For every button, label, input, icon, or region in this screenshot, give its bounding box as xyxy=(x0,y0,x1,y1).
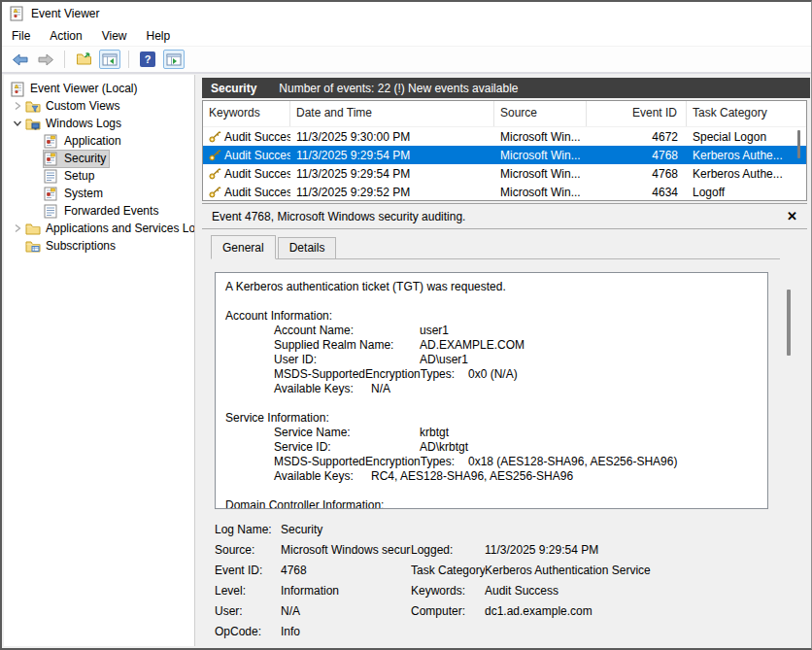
event-id-cell: 4672 xyxy=(587,130,687,144)
tree-item-label: Subscriptions xyxy=(46,239,116,253)
detail-header: Event 4768, Microsoft Windows security a… xyxy=(202,204,807,229)
event-viewer-app-icon xyxy=(9,6,24,21)
window-title: Event Viewer xyxy=(31,7,99,20)
prop-label: User: xyxy=(215,604,281,618)
toggle-console-tree-button[interactable] xyxy=(99,50,120,69)
prop-label: OpCode: xyxy=(215,625,281,638)
back-button[interactable] xyxy=(9,50,30,69)
tree-item-application[interactable]: Application xyxy=(4,132,194,150)
column-header-date-time[interactable]: Date and Time xyxy=(290,101,494,126)
prop-label: Computer: xyxy=(411,604,485,618)
column-header-task-category[interactable]: Task Category xyxy=(687,101,806,126)
source-cell: Microsoft Win... xyxy=(494,130,587,144)
main-area: Event Viewer (Local) Custom Views Window… xyxy=(4,75,810,646)
column-header-keywords[interactable]: Keywords xyxy=(203,101,290,126)
tree-item-setup[interactable]: Setup xyxy=(4,167,194,185)
tree-item-subscriptions[interactable]: Subscriptions xyxy=(4,237,194,255)
prop-label: Logged: xyxy=(411,543,485,557)
keywords-cell: Audit Success xyxy=(224,149,290,162)
log-icon xyxy=(44,134,60,149)
menu-help[interactable]: Help xyxy=(137,29,181,43)
log-pane: Security Number of events: 22 (!) New ev… xyxy=(202,75,810,646)
tree-item-label: Application xyxy=(64,134,121,148)
folder-icon xyxy=(25,222,42,236)
prop-value: 11/3/2025 9:29:54 PM xyxy=(485,543,795,557)
log-name-heading: Security xyxy=(211,82,256,95)
close-icon[interactable]: ✕ xyxy=(787,209,797,223)
event-description-text: A Kerberos authentication ticket (TGT) w… xyxy=(216,273,767,509)
prop-value: N/A xyxy=(281,604,411,618)
windows-logs-icon xyxy=(25,117,42,131)
table-row[interactable]: Audit Success 11/3/2025 9:29:54 PM Micro… xyxy=(203,164,806,183)
keywords-cell: Audit Success xyxy=(224,186,290,199)
toolbar-separator xyxy=(128,51,129,68)
event-id-cell: 4634 xyxy=(587,186,687,199)
log-icon xyxy=(44,152,60,166)
tab-details[interactable]: Details xyxy=(278,237,337,258)
tree-item-windows-logs[interactable]: Windows Logs xyxy=(4,115,194,132)
detail-tabs: General Details xyxy=(211,237,780,259)
tree-item-label: System xyxy=(64,187,103,200)
event-list-scrollbar[interactable] xyxy=(797,130,800,158)
prop-label: Source: xyxy=(215,543,281,557)
prop-value: Information xyxy=(281,584,411,598)
audit-success-key-icon xyxy=(209,149,221,161)
task-category-cell: Kerberos Authe... xyxy=(687,149,806,162)
table-row-selected[interactable]: Audit Success 11/3/2025 9:29:54 PM Micro… xyxy=(203,146,806,164)
source-cell: Microsoft Win... xyxy=(494,186,587,199)
tree-item-applications-services[interactable]: Applications and Services Lo xyxy=(4,220,194,237)
prop-value: 4768 xyxy=(281,564,411,577)
tree-item-security[interactable]: Security xyxy=(4,150,194,167)
tree-item-label: Setup xyxy=(64,169,94,183)
expander-collapsed-icon[interactable] xyxy=(9,223,25,233)
event-id-cell: 4768 xyxy=(587,167,687,181)
prop-label: Event ID: xyxy=(215,564,281,577)
custom-views-icon xyxy=(25,99,42,114)
subscriptions-icon xyxy=(25,239,42,254)
table-row[interactable]: Audit Success 11/3/2025 9:29:52 PM Micro… xyxy=(203,183,806,201)
tree-item-forwarded-events[interactable]: Forwarded Events xyxy=(4,202,194,220)
menu-action[interactable]: Action xyxy=(40,29,91,43)
task-category-cell: Logoff xyxy=(687,186,806,199)
tree-splitter[interactable] xyxy=(195,75,202,646)
help-button[interactable]: ? xyxy=(137,50,158,69)
description-scrollbar[interactable] xyxy=(787,290,791,356)
column-header-event-id[interactable]: Event ID xyxy=(587,101,687,126)
table-row[interactable]: Audit Success 11/3/2025 9:30:00 PM Micro… xyxy=(203,127,806,146)
event-id-cell: 4768 xyxy=(587,149,687,162)
action-pane-icon xyxy=(166,52,182,67)
console-tree: Event Viewer (Local) Custom Views Window… xyxy=(4,75,195,646)
menu-file[interactable]: File xyxy=(2,29,40,43)
log-plain-icon xyxy=(44,169,60,184)
open-folder-icon xyxy=(76,51,92,67)
source-cell: Microsoft Win... xyxy=(494,149,587,162)
tree-item-label: Windows Logs xyxy=(46,117,121,130)
event-viewer-node-icon xyxy=(10,82,26,96)
detail-title: Event 4768, Microsoft Windows security a… xyxy=(212,210,465,223)
tree-item-label: Security xyxy=(64,152,106,165)
event-detail-pane: Event 4768, Microsoft Windows security a… xyxy=(202,203,807,646)
audit-success-key-icon xyxy=(209,167,221,180)
prop-value: Info xyxy=(281,625,411,638)
expander-collapsed-icon[interactable] xyxy=(9,101,25,111)
tree-item-system[interactable]: System xyxy=(4,185,194,202)
expander-expanded-icon[interactable] xyxy=(9,119,25,128)
event-properties: Log Name: Security Source: Microsoft Win… xyxy=(215,519,795,641)
tab-general[interactable]: General xyxy=(211,235,276,259)
tree-item-label: Applications and Services Lo xyxy=(46,222,195,235)
event-count-status: Number of events: 22 (!) New events avai… xyxy=(279,82,518,95)
tree-item-custom-views[interactable]: Custom Views xyxy=(4,97,194,115)
audit-success-key-icon xyxy=(209,186,221,198)
prop-label: Level: xyxy=(215,584,281,598)
column-header-source[interactable]: Source xyxy=(494,101,587,126)
forward-button[interactable] xyxy=(35,50,56,69)
tree-item-label: Forwarded Events xyxy=(64,204,158,218)
prop-value: dc1.ad.example.com xyxy=(485,604,795,618)
toolbar-separator xyxy=(64,51,65,68)
menu-bar: File Action View Help xyxy=(2,25,811,47)
tree-item-event-viewer-local[interactable]: Event Viewer (Local) xyxy=(4,80,194,97)
open-saved-log-button[interactable] xyxy=(73,50,94,69)
toggle-action-pane-button[interactable] xyxy=(163,50,185,69)
menu-view[interactable]: View xyxy=(92,29,137,43)
datetime-cell: 11/3/2025 9:29:52 PM xyxy=(290,186,494,199)
